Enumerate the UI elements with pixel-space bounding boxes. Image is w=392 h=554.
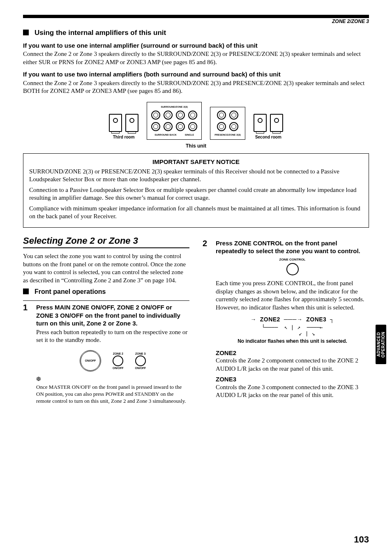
zone3-body: Controls the Zone 3 component connected … [216, 383, 369, 399]
speaker-terminal-icon [151, 122, 160, 131]
subhead-one-amp: If you want to use one internal amplifie… [23, 42, 369, 50]
left-column: Selecting Zone 2 or Zone 3 You can selec… [23, 235, 189, 405]
onoff-label: ON/OFF [85, 359, 96, 362]
presence-unit: PRESENCE/ZONE 2(3) [210, 107, 245, 140]
cycle-zone2: ZONE2 [260, 316, 280, 323]
speaker-terminal-icon [151, 111, 160, 120]
zone2-onoff-label: ON/OFF [113, 366, 123, 370]
title-rule [23, 247, 189, 248]
third-room-label: Third room [113, 134, 135, 140]
section-heading-using-amplifiers: Using the internal amplifiers of this un… [23, 28, 369, 37]
zone3-onoff-label: ON/OFF [135, 366, 146, 370]
subhead-text: Front panel operations [35, 288, 106, 295]
step-2: 2 Press ZONE CONTROL on the front panel … [203, 239, 369, 402]
speaker-terminal-icon [229, 122, 238, 131]
second-room-label: Second room [255, 134, 281, 140]
speaker-icon [109, 114, 122, 132]
body-one-amp: Connect the Zone 2 or Zone 3 speakers di… [23, 50, 369, 66]
speaker-terminal-icon [188, 111, 197, 120]
zone-control-label: ZONE CONTROL [279, 258, 306, 262]
speaker-icon [125, 114, 138, 132]
speaker-terminal-icon [229, 111, 238, 120]
receiver-unit: SURROUND/ZONE 2(3) SURROUND BACK SINGLE [147, 102, 202, 140]
zone2-heading: ZONE2 [216, 349, 369, 357]
notice-p1: SURROUND/ZONE 2(3) or PRESENCE/ZONE 2(3)… [29, 168, 363, 184]
zone-control-diagram: ZONE CONTROL [216, 258, 369, 275]
terminal-label-single: SINGLE [185, 134, 194, 136]
zone2-label: ZONE 2 [113, 352, 123, 355]
speaker-terminal-icon [176, 122, 185, 131]
zone2-body: Controls the Zone 2 component connected … [216, 357, 369, 373]
page-number: 103 [354, 534, 369, 546]
step-1-body: Press each button repeatedly to turn on … [36, 328, 189, 344]
step-number: 1 [23, 303, 30, 404]
main-onoff-button-icon: ON/OFF [80, 350, 101, 372]
cycle-arrows: └──── ↖ | ↗ ────← ↙ | ↘ [216, 325, 369, 337]
step-1-heading: Press MAIN ZONE ON/OFF, ZONE 2 ON/OFF or… [36, 303, 189, 328]
zone3-heading: ZONE3 [216, 375, 369, 383]
notice-p2: Connection to a Passive Loudspeaker Sele… [29, 186, 363, 202]
speaker-icon [254, 114, 267, 132]
running-head: ZONE 2/ZONE 3 [23, 17, 369, 25]
speaker-icon [270, 114, 283, 132]
button-diagram: ON/OFF ZONE 2 ON/OFF ZONE 3 ON/OFF [36, 350, 189, 372]
cycle-caption: No indicator flashes when this unit is s… [216, 338, 369, 345]
tip-icon: ❆ [36, 376, 189, 383]
step-number: 2 [203, 239, 210, 402]
terminal-label-surround-zone: SURROUND/ZONE 2(3) [161, 106, 187, 108]
section-title-selecting-zone: Selecting Zone 2 or Zone 3 [23, 235, 189, 247]
wiring-diagram: Third room SURROUND/ZONE 2(3) S [23, 102, 369, 140]
right-column: 2 Press ZONE CONTROL on the front panel … [203, 235, 369, 405]
terminal-label-surround-back: SURROUND BACK [154, 134, 177, 136]
second-room-block: Second room [254, 114, 283, 140]
notice-title: IMPORTANT SAFETY NOTICE [29, 158, 363, 166]
tip-text: Once MASTER ON/OFF on the front panel is… [36, 384, 189, 405]
speaker-terminal-icon [188, 122, 197, 131]
speaker-terminal-icon [217, 111, 226, 120]
square-bullet-icon [23, 30, 29, 35]
cycle-diagram: → ZONE2 ───→ ZONE3 ┐ [216, 316, 369, 323]
zone2-button-icon [113, 355, 123, 366]
cycle-zone3: ZONE3 [306, 316, 326, 323]
speaker-terminal-icon [164, 111, 173, 120]
subhead-front-panel: Front panel operations [23, 288, 189, 296]
speaker-terminal-icon [176, 111, 185, 120]
side-tab-advanced-operation: ADVANCED OPERATION [376, 325, 386, 364]
intro-paragraph: You can select the zone you want to cont… [23, 252, 189, 284]
square-bullet-icon [23, 289, 29, 294]
subhead-two-amp: If you want to use two internal amplifie… [23, 70, 369, 78]
zone3-button-icon [135, 355, 146, 366]
speaker-terminal-icon [164, 122, 173, 131]
notice-p3: Compliance with minimum speaker impedanc… [29, 205, 363, 221]
third-room-block: Third room [109, 114, 138, 140]
zone-control-button-icon [286, 263, 299, 275]
step-2-body: Each time you press ZONE CONTROL, the fr… [216, 279, 369, 312]
this-unit-label: This unit [23, 143, 369, 150]
speaker-terminal-icon [217, 122, 226, 131]
zone3-label: ZONE 3 [135, 352, 146, 355]
safety-notice: IMPORTANT SAFETY NOTICE SURROUND/ZONE 2(… [23, 153, 369, 228]
page: ZONE 2/ZONE 3 Using the internal amplifi… [0, 0, 392, 554]
step-1: 1 Press MAIN ZONE ON/OFF, ZONE 2 ON/OFF … [23, 300, 189, 404]
two-column-layout: Selecting Zone 2 or Zone 3 You can selec… [23, 235, 369, 405]
heading-text: Using the internal amplifiers of this un… [35, 29, 166, 37]
terminal-label-presence-zone: PRESENCE/ZONE 2(3) [214, 134, 241, 136]
step-2-heading: Press ZONE CONTROL on the front panel re… [216, 239, 369, 255]
body-two-amp: Connect the Zone 2 or Zone 3 speakers di… [23, 79, 369, 95]
